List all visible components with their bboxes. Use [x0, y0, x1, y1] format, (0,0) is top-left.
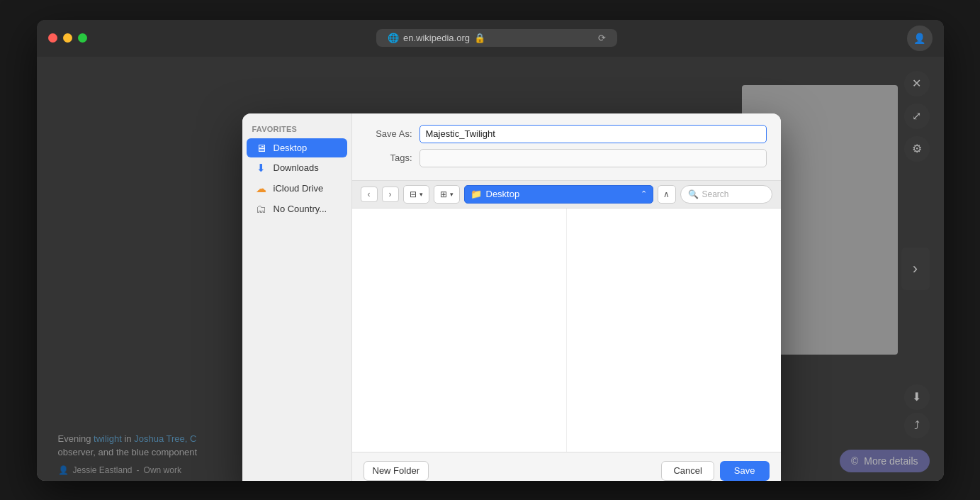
folder-icon: 🗂 [255, 203, 268, 215]
globe-icon: 🌐 [388, 33, 399, 43]
save-as-input[interactable] [419, 125, 767, 143]
back-button[interactable]: ‹ [361, 187, 378, 202]
search-icon: 🔍 [688, 189, 699, 199]
location-dropdown[interactable]: 📁 Desktop ⌃ [464, 185, 653, 204]
sidebar-downloads-label: Downloads [274, 162, 319, 173]
save-button[interactable]: Save [720, 461, 770, 481]
grid-view-button[interactable]: ⊞ ▾ [434, 185, 460, 204]
dialog-footer: New Folder Cancel Save [352, 452, 781, 481]
search-field[interactable]: 🔍 Search [680, 185, 772, 204]
list-view-icon: ⊟ [410, 189, 417, 199]
sidebar-item-icloud[interactable]: ☁ iCloud Drive [247, 179, 347, 199]
cancel-label: Cancel [673, 465, 702, 476]
back-icon: ‹ [368, 189, 371, 199]
sidebar-item-desktop[interactable]: 🖥 Desktop [247, 138, 347, 157]
downloads-icon: ⬇ [255, 162, 268, 174]
location-label: Desktop [486, 189, 520, 199]
expand-button[interactable]: ∧ [658, 185, 676, 204]
forward-icon: › [389, 189, 392, 199]
dialog-overlay: Favorites 🖥 Desktop ⬇ Downloads ☁ iC [37, 57, 944, 481]
reload-icon: ⟳ [598, 33, 606, 43]
list-view-button[interactable]: ⊟ ▾ [403, 185, 429, 204]
minimize-button[interactable] [63, 33, 72, 43]
address-bar: 🌐 en.wikipedia.org 🔒 ⟳ [96, 29, 899, 47]
save-dialog: Favorites 🖥 Desktop ⬇ Downloads ☁ iC [242, 113, 781, 481]
cancel-button[interactable]: Cancel [661, 461, 714, 481]
lock-icon: 🔒 [474, 33, 485, 43]
save-as-row: Save As: [366, 125, 767, 143]
dialog-header: Save As: Tags: [352, 113, 781, 180]
footer-actions: Cancel Save [661, 461, 769, 481]
location-chevron: ⌃ [641, 189, 647, 199]
search-placeholder: Search [702, 189, 729, 199]
tags-label: Tags: [366, 152, 412, 163]
dialog-sidebar: Favorites 🖥 Desktop ⬇ Downloads ☁ iC [242, 113, 352, 481]
icloud-icon: ☁ [255, 182, 268, 195]
tags-input[interactable] [419, 149, 767, 167]
url-field[interactable]: 🌐 en.wikipedia.org 🔒 ⟳ [376, 29, 617, 47]
file-column-right [567, 209, 781, 452]
dialog-main: Save As: Tags: ‹ [352, 113, 781, 481]
sidebar-item-downloads[interactable]: ⬇ Downloads [247, 158, 347, 178]
grid-view-icon: ⊞ [440, 189, 447, 199]
browser-content: ✕ ⤢ ⚙ › ⬇ ⤴ © More details Evening twili… [37, 57, 944, 481]
close-button[interactable] [48, 33, 57, 43]
profile-icon[interactable]: 👤 [907, 26, 933, 51]
maximize-button[interactable] [78, 33, 87, 43]
sidebar-desktop-label: Desktop [274, 143, 308, 153]
desktop-icon: 🖥 [255, 142, 268, 154]
expand-icon: ∧ [663, 189, 670, 199]
new-folder-button[interactable]: New Folder [364, 461, 429, 481]
save-label: Save [734, 465, 755, 476]
location-folder-icon: 📁 [471, 189, 482, 199]
sidebar-item-nocountry[interactable]: 🗂 No Country... [247, 199, 347, 218]
title-bar: 🌐 en.wikipedia.org 🔒 ⟳ 👤 [37, 20, 944, 57]
favorites-label: Favorites [242, 122, 351, 138]
file-area [352, 209, 781, 452]
sidebar-icloud-label: iCloud Drive [274, 183, 324, 194]
sidebar-nocountry-label: No Country... [274, 204, 327, 214]
url-text: en.wikipedia.org [403, 33, 470, 43]
list-chevron: ▾ [419, 191, 423, 198]
forward-button[interactable]: › [382, 187, 399, 202]
file-column-left [352, 209, 567, 452]
dialog-toolbar: ‹ › ⊟ ▾ ⊞ ▾ [352, 180, 781, 209]
new-folder-label: New Folder [373, 465, 419, 476]
save-as-label: Save As: [366, 128, 412, 139]
browser-window: 🌐 en.wikipedia.org 🔒 ⟳ 👤 ✕ ⤢ ⚙ › ⬇ ⤴ [37, 20, 944, 481]
traffic-lights [48, 33, 87, 43]
tags-row: Tags: [366, 149, 767, 167]
grid-chevron: ▾ [450, 191, 454, 198]
